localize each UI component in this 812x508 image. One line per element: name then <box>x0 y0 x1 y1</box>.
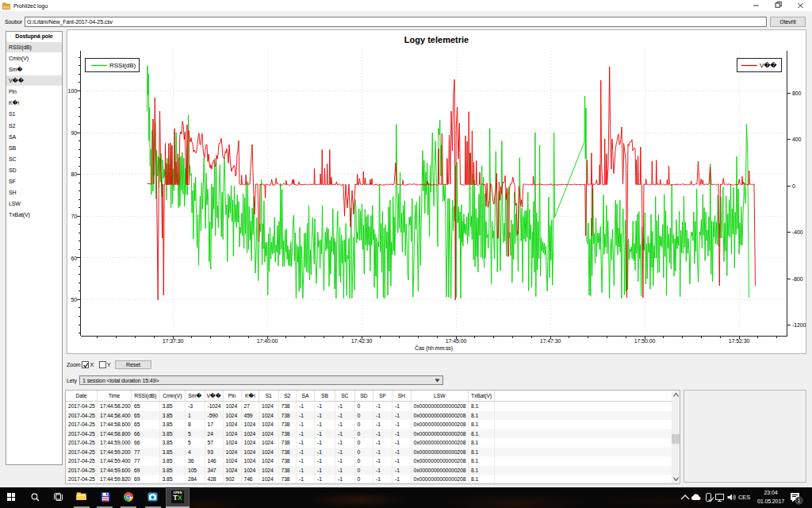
svg-text:60: 60 <box>71 256 77 261</box>
svg-text:400: 400 <box>792 137 802 142</box>
svg-text:-400: -400 <box>792 229 803 235</box>
svg-text:-1200: -1200 <box>792 322 806 328</box>
svg-text:70: 70 <box>71 214 77 219</box>
svg-text:800: 800 <box>792 90 802 96</box>
svg-text:Čas (hh:mm:ss): Čas (hh:mm:ss) <box>415 344 453 352</box>
svg-text:50: 50 <box>71 297 77 302</box>
svg-text:17:50:00: 17:50:00 <box>634 338 656 344</box>
svg-text:90: 90 <box>71 130 77 136</box>
svg-text:0: 0 <box>792 183 795 189</box>
svg-text:100: 100 <box>68 88 78 94</box>
svg-text:-800: -800 <box>792 276 803 282</box>
svg-text:17:47:30: 17:47:30 <box>540 338 561 344</box>
svg-text:17:52:30: 17:52:30 <box>729 338 750 344</box>
svg-text:1: 1 <box>798 498 801 503</box>
svg-text:17:45:00: 17:45:00 <box>446 338 467 344</box>
svg-text:V��: V�� <box>760 61 777 69</box>
svg-text:80: 80 <box>71 171 77 177</box>
svg-text:17:40:00: 17:40:00 <box>257 338 278 344</box>
svg-text:17:37:30: 17:37:30 <box>163 338 184 344</box>
svg-text:17:42:30: 17:42:30 <box>351 338 373 344</box>
svg-text:RSSI(dB): RSSI(dB) <box>109 62 136 69</box>
